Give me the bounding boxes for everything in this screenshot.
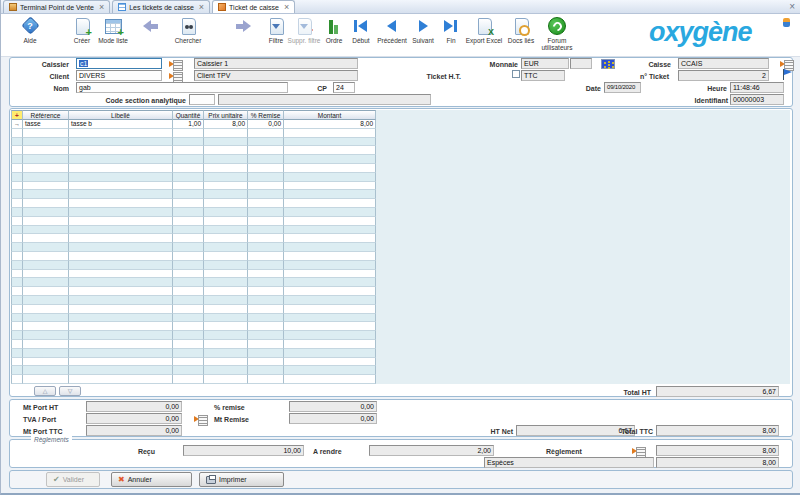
mt-port-ht-field[interactable]: 0,00 — [86, 401, 182, 412]
grid-empty-area — [376, 110, 790, 384]
caisse-lookup-icon[interactable] — [780, 60, 794, 69]
nom-input[interactable]: gab — [76, 82, 288, 93]
table-row-empty[interactable] — [11, 375, 376, 384]
table-row-empty[interactable] — [11, 322, 376, 331]
caissier-input[interactable]: c1 — [76, 58, 162, 69]
table-row-empty[interactable] — [11, 305, 376, 314]
table-row-empty[interactable] — [11, 314, 376, 323]
cell-montant[interactable]: 8,00 — [284, 120, 376, 129]
toolbar-navfwd-button[interactable] — [223, 16, 261, 37]
column-header[interactable]: Montant — [284, 110, 376, 120]
mt-port-ht-label: Mt Port HT — [23, 403, 58, 412]
column-header[interactable]: Libellé — [69, 110, 173, 120]
code-section-input[interactable] — [189, 94, 215, 105]
table-row-empty[interactable] — [11, 366, 376, 375]
close-icon[interactable] — [199, 4, 204, 11]
toolbar-chercher-button[interactable]: Chercher — [169, 16, 207, 44]
cell-libelle[interactable]: tasse b — [69, 120, 173, 129]
espece-mode-field[interactable]: Espèces — [484, 457, 654, 468]
cp-input[interactable]: 24 — [333, 82, 355, 93]
num-ticket-field[interactable]: 2 — [678, 70, 769, 81]
toolbar-docs-button[interactable]: Docs liés — [502, 16, 540, 44]
client-input[interactable]: DIVERS — [76, 70, 162, 81]
toolbar-excel-button[interactable]: Export Excel — [465, 16, 503, 44]
move-down-button[interactable] — [59, 386, 81, 396]
total-ttc-field: 8,00 — [656, 425, 779, 436]
tva-port-field[interactable]: 0,00 — [86, 413, 182, 424]
tab-tickets[interactable]: Les tickets de caisse — [112, 0, 210, 13]
reglement-lookup-icon[interactable] — [632, 447, 646, 456]
cell-prix-unitaire[interactable]: 8,00 — [204, 120, 248, 129]
table-row-empty[interactable] — [11, 296, 376, 305]
reglement-field[interactable]: 8,00 — [656, 445, 779, 456]
table-row-empty[interactable] — [11, 278, 376, 287]
table-row-empty[interactable] — [11, 358, 376, 367]
table-row-empty[interactable] — [11, 173, 376, 182]
table-row-empty[interactable] — [11, 340, 376, 349]
table-row-empty[interactable] — [11, 261, 376, 270]
table-row-empty[interactable] — [11, 199, 376, 208]
valider-button[interactable]: Valider — [46, 472, 100, 487]
annuler-button[interactable]: Annuler — [111, 472, 192, 487]
table-row-empty[interactable] — [11, 129, 376, 138]
table-row-empty[interactable] — [11, 208, 376, 217]
table-row-empty[interactable] — [11, 331, 376, 340]
table-row-empty[interactable] — [11, 270, 376, 279]
add-row-icon[interactable] — [11, 110, 23, 120]
toolbar-label: Mode liste — [94, 37, 132, 44]
imprimer-button[interactable]: Imprimer — [199, 472, 284, 487]
table-row-empty[interactable] — [11, 164, 376, 173]
grid-header: RéférenceLibelléQuantitéPrix unitaire% R… — [11, 110, 376, 120]
toolbar-aide-button[interactable]: Aide — [11, 16, 49, 44]
move-up-button[interactable] — [34, 386, 56, 396]
column-header[interactable]: Prix unitaire — [204, 110, 248, 120]
close-icon[interactable] — [99, 4, 104, 11]
monnaie-field[interactable]: EUR — [521, 58, 569, 69]
table-row-empty[interactable] — [11, 138, 376, 147]
cell-quantite[interactable]: 1,00 — [173, 120, 204, 129]
heure-label: Heure — [699, 84, 727, 93]
cell-reference[interactable]: tasse — [23, 120, 69, 129]
caisse-field[interactable]: CCAIS — [678, 58, 769, 69]
debut-icon — [350, 16, 372, 36]
pct-remise-field[interactable]: 0,00 — [289, 401, 377, 412]
window-close-icon[interactable] — [789, 1, 795, 12]
table-row[interactable]: tassetasse b1,008,000,008,00 — [11, 120, 376, 129]
column-header[interactable]: Référence — [23, 110, 69, 120]
date-field[interactable]: 09/10/2020 — [604, 82, 641, 93]
recu-field[interactable]: 10,00 — [183, 445, 304, 456]
table-row-empty[interactable] — [11, 155, 376, 164]
table-row-empty[interactable] — [11, 217, 376, 226]
mt-remise-field[interactable]: 0,00 — [289, 413, 377, 424]
code-section-display — [218, 94, 431, 105]
caissier-lookup-icon[interactable] — [169, 60, 183, 69]
table-row-empty[interactable] — [11, 243, 376, 252]
tab-ticket[interactable]: Ticket de caisse — [212, 0, 295, 13]
toolbar-modeliste-button[interactable]: Mode liste — [94, 16, 132, 44]
mt-port-ttc-field[interactable]: 0,00 — [86, 425, 182, 436]
valider-label: Valider — [63, 476, 84, 483]
tva-lookup-icon[interactable] — [194, 415, 208, 424]
monnaie-extra-field[interactable] — [570, 58, 592, 69]
toolbar-navback-button[interactable] — [133, 16, 171, 37]
num-ticket-label: n° Ticket — [627, 72, 669, 81]
column-header[interactable]: % Remise — [248, 110, 284, 120]
table-row-empty[interactable] — [11, 146, 376, 155]
toolbar-forum-button[interactable]: Forum utilisateurs — [538, 16, 576, 51]
table-row-empty[interactable] — [11, 287, 376, 296]
ticket-ht-checkbox[interactable] — [512, 70, 520, 78]
grid-body: tassetasse b1,008,000,008,00 — [11, 120, 376, 384]
espece-amount-field[interactable]: 8,00 — [656, 457, 779, 468]
cell-remise[interactable]: 0,00 — [248, 120, 284, 129]
client-lookup-icon[interactable] — [169, 72, 183, 81]
pct-remise-label: % remise — [214, 403, 245, 412]
column-header[interactable]: Quantité — [173, 110, 204, 120]
table-row-empty[interactable] — [11, 234, 376, 243]
close-icon[interactable] — [284, 4, 289, 11]
tab-terminal[interactable]: Terminal Point de Vente — [3, 0, 110, 13]
table-row-empty[interactable] — [11, 190, 376, 199]
table-row-empty[interactable] — [11, 252, 376, 261]
table-row-empty[interactable] — [11, 182, 376, 191]
table-row-empty[interactable] — [11, 349, 376, 358]
table-row-empty[interactable] — [11, 226, 376, 235]
